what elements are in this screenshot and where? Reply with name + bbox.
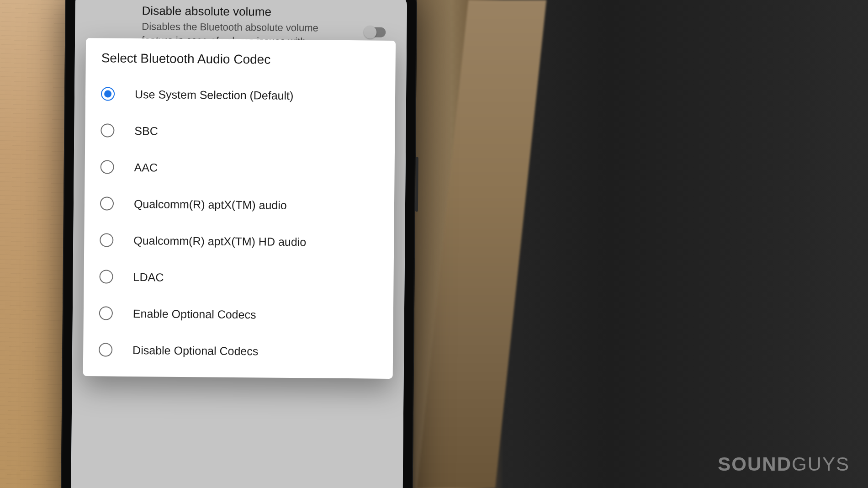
radio-unselected-icon (99, 343, 112, 356)
phone-device: Disable absolute volume Disables the Blu… (61, 0, 417, 488)
dialog-title: Select Bluetooth Audio Codec (85, 51, 395, 78)
radio-unselected-icon (101, 160, 114, 174)
codec-option-aptx-hd[interactable]: Qualcomm(R) aptX(TM) HD audio (84, 222, 394, 261)
toggle-switch-off (365, 27, 386, 37)
radio-unselected-icon (101, 123, 114, 137)
option-label: AAC (134, 159, 158, 175)
codec-option-sbc[interactable]: SBC (85, 112, 395, 151)
radio-unselected-icon (100, 196, 114, 210)
option-label: Use System Selection (Default) (135, 86, 294, 103)
codec-selection-dialog: Select Bluetooth Audio Codec Use System … (83, 38, 396, 379)
codec-option-aptx[interactable]: Qualcomm(R) aptX(TM) audio (85, 185, 395, 224)
setting-title: Disable absolute volume (142, 4, 391, 20)
option-label: SBC (134, 123, 158, 138)
option-label: Qualcomm(R) aptX(TM) audio (134, 196, 287, 212)
watermark-bold: SOUND (718, 453, 792, 475)
radio-unselected-icon (99, 270, 113, 283)
phone-power-button (415, 157, 418, 212)
codec-option-aac[interactable]: AAC (85, 149, 395, 188)
option-label: Qualcomm(R) aptX(TM) HD audio (133, 233, 306, 249)
watermark-light: GUYS (792, 453, 850, 475)
codec-option-disable-optional[interactable]: Disable Optional Codecs (83, 331, 393, 371)
codec-option-default[interactable]: Use System Selection (Default) (85, 75, 396, 115)
radio-selected-icon (101, 87, 115, 101)
option-label: LDAC (133, 269, 164, 285)
phone-screen: Disable absolute volume Disables the Blu… (71, 0, 407, 488)
radio-unselected-icon (100, 233, 113, 247)
radio-unselected-icon (99, 306, 113, 320)
codec-option-ldac[interactable]: LDAC (84, 258, 394, 297)
soundguys-watermark: SOUNDGUYS (718, 453, 850, 475)
option-label: Enable Optional Codecs (133, 306, 256, 322)
option-label: Disable Optional Codecs (132, 342, 258, 358)
codec-option-enable-optional[interactable]: Enable Optional Codecs (84, 295, 394, 334)
